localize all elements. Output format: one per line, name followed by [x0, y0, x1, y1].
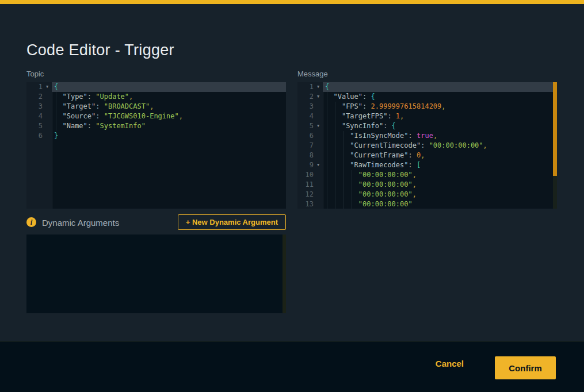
code-token: "SystemInfo"	[96, 122, 146, 130]
new-dynamic-argument-button[interactable]: + New Dynamic Argument	[178, 214, 286, 230]
code-line-content[interactable]: {	[52, 82, 286, 92]
code-line: 11 "00:00:00:00",	[297, 180, 557, 190]
code-line-content[interactable]: "00:00:00:00"	[323, 199, 557, 209]
code-line-content[interactable]: "TargetFPS": 1,	[323, 112, 557, 121]
scrollbar-thumb[interactable]	[553, 82, 557, 176]
code-token: "Type"	[62, 93, 87, 101]
code-token: :	[409, 132, 417, 140]
code-line-content[interactable]: "Source": "TJCGWS010-Engine",	[52, 112, 286, 121]
code-token: "CurrentTimecode"	[350, 141, 421, 149]
code-line: 4 "TargetFPS": 1,	[297, 112, 557, 121]
code-token: {	[392, 122, 396, 130]
code-line: 13 "00:00:00:00"	[297, 199, 557, 209]
code-line: 7 "CurrentTimecode": "00:00:00:00",	[297, 141, 557, 151]
code-token: "RawTimecodes"	[350, 161, 408, 169]
code-line-content[interactable]: "RawTimecodes": [	[323, 160, 557, 170]
code-line-content[interactable]: "00:00:00:00",	[323, 170, 557, 180]
line-number: 13	[306, 199, 314, 209]
line-number: 11	[306, 180, 314, 190]
info-icon: i	[26, 217, 36, 227]
code-token: "Source"	[62, 112, 96, 120]
fold-toggle-icon[interactable]: ▼	[315, 121, 321, 131]
code-line-content[interactable]: {	[323, 82, 557, 92]
code-token	[325, 122, 342, 130]
line-number: 3	[39, 102, 43, 112]
gutter-cell: 12	[297, 190, 323, 199]
code-token: "00:00:00:00"	[358, 200, 413, 208]
message-code-editor[interactable]: 1▼{2▼ "Value": {3 "FPS": 2.9999976158142…	[297, 82, 557, 209]
gutter-cell: 3	[26, 102, 52, 112]
gutter-cell: 11	[297, 180, 323, 190]
gutter-cell: 4	[297, 112, 323, 121]
gutter-cell: 4	[26, 112, 52, 121]
code-token	[325, 190, 358, 198]
cancel-button[interactable]: Cancel	[432, 358, 467, 369]
code-line: 8 "CurrentFrame": 0,	[297, 151, 557, 160]
code-token: ,	[421, 151, 425, 159]
code-token: "CurrentFrame"	[350, 151, 408, 159]
code-line-content[interactable]: "CurrentTimecode": "00:00:00:00",	[323, 141, 557, 151]
code-token	[54, 102, 62, 110]
line-number: 6	[39, 131, 43, 141]
code-line: 2 "Type": "Update",	[26, 92, 286, 102]
dynamic-arguments-list[interactable]	[26, 235, 286, 313]
dialog-title: Code Editor - Trigger	[26, 41, 174, 59]
confirm-button[interactable]: Confirm	[495, 356, 556, 379]
fold-toggle-icon[interactable]: ▼	[315, 92, 321, 102]
code-token: "00:00:00:00"	[358, 171, 413, 179]
code-token	[54, 122, 62, 130]
code-line-content[interactable]: }	[52, 131, 286, 141]
gutter-cell: 6	[297, 131, 323, 141]
line-number: 8	[310, 151, 314, 160]
code-token	[325, 171, 358, 179]
line-number: 7	[310, 141, 314, 151]
dynamic-arguments-label: Dynamic Arguments	[42, 218, 119, 228]
code-token: "00:00:00:00"	[429, 141, 483, 149]
topic-code-editor[interactable]: 1▼{2 "Type": "Update",3 "Target": "BROAD…	[26, 82, 286, 209]
fold-toggle-icon[interactable]: ▼	[44, 82, 50, 92]
code-line-content[interactable]: "CurrentFrame": 0,	[323, 151, 557, 160]
code-token	[325, 161, 350, 169]
code-token	[325, 102, 342, 110]
gutter-cell: 5▼	[297, 121, 323, 131]
line-number: 2	[310, 92, 314, 102]
code-token: {	[54, 83, 58, 91]
code-line-content[interactable]: "Name": "SystemInfo"	[52, 121, 286, 131]
code-token: ,	[179, 112, 183, 120]
code-token: ,	[150, 102, 154, 110]
line-number: 9	[310, 160, 314, 170]
code-line-content[interactable]: "00:00:00:00",	[323, 190, 557, 199]
editor-scrollbar[interactable]	[553, 82, 557, 209]
code-line-content[interactable]: "00:00:00:00",	[323, 180, 557, 190]
code-token: ,	[413, 190, 417, 198]
code-line-content[interactable]: "IsInSyncMode": true,	[323, 131, 557, 141]
code-token: :	[362, 93, 371, 101]
code-token	[325, 151, 350, 159]
code-token	[325, 93, 333, 101]
code-line-content[interactable]: "SyncInfo": {	[323, 121, 557, 131]
code-line: 6}	[26, 131, 286, 141]
code-line: 3 "FPS": 2.999997615814209,	[297, 102, 557, 112]
fold-toggle-icon[interactable]: ▼	[315, 160, 321, 170]
code-line-content[interactable]: "Type": "Update",	[52, 92, 286, 102]
dynamic-arguments-header: i Dynamic Arguments + New Dynamic Argume…	[26, 214, 286, 230]
line-number: 2	[39, 92, 43, 102]
code-line: 5 "Name": "SystemInfo"	[26, 121, 286, 131]
line-number: 5	[39, 121, 43, 131]
fold-toggle-icon[interactable]: ▼	[315, 82, 321, 92]
code-line-content[interactable]: "Value": {	[323, 92, 557, 102]
accent-topbar	[0, 0, 584, 4]
code-line: 5▼ "SyncInfo": {	[297, 121, 557, 131]
code-token: 1	[396, 112, 400, 120]
code-line-content[interactable]: "FPS": 2.999997615814209,	[323, 102, 557, 112]
code-token: "IsInSyncMode"	[350, 132, 408, 140]
code-token: "TargetFPS"	[342, 112, 387, 120]
code-token: :	[421, 141, 429, 149]
gutter-cell: 3	[297, 102, 323, 112]
code-line-content[interactable]: "Target": "BROADCAST",	[52, 102, 286, 112]
gutter-cell: 2▼	[297, 92, 323, 102]
code-token: ,	[483, 141, 487, 149]
code-token: }	[54, 132, 58, 140]
code-token: "Name"	[62, 122, 87, 130]
code-token	[325, 180, 358, 189]
